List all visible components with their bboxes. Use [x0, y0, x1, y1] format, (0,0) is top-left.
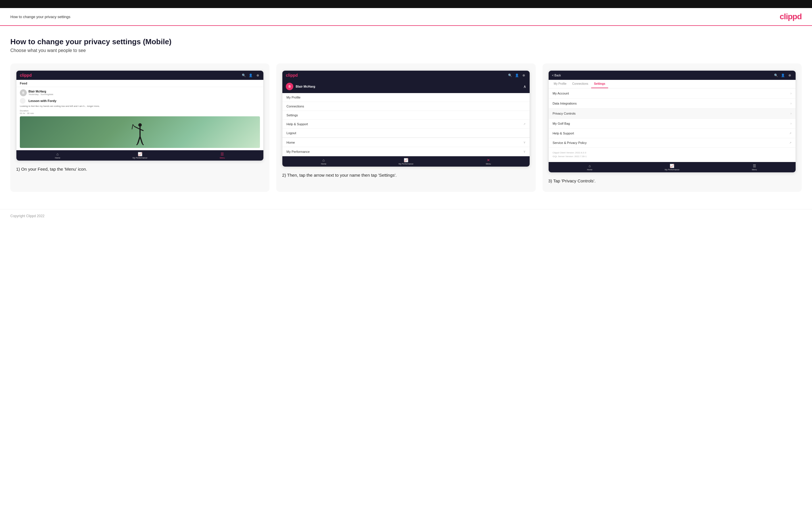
- profile-icon-3: 👤: [781, 73, 785, 77]
- menu-item-myprofile: My Profile: [283, 93, 529, 102]
- bottom-nav-performance-label-3: My Performance: [665, 169, 679, 171]
- search-icon: 🔍: [242, 73, 246, 77]
- page-heading: How to change your privacy settings (Mob…: [10, 37, 802, 46]
- step-1-caption: 1) On your Feed, tap the 'Menu' icon.: [16, 166, 87, 172]
- menu-item-help: Help & Support ↗: [283, 120, 529, 129]
- performance-icon-2: 📈: [404, 158, 408, 162]
- phone-mockup-2: clippd 🔍 👤 ⊕ B Blair McHarg ∧: [282, 70, 529, 167]
- menu-item-logout: Logout: [283, 129, 529, 137]
- home-icon-2: ⌂: [322, 158, 325, 162]
- arrow-icon-golf-bag: ›: [791, 121, 792, 125]
- svg-line-2: [134, 126, 140, 129]
- menu-icon-3: ☰: [753, 164, 756, 168]
- bottom-nav-performance-3: 📈 My Performance: [631, 164, 713, 171]
- menu-item-settings: Settings: [283, 111, 529, 120]
- feed-date: Yesterday · Sunningdale: [29, 93, 53, 96]
- external-link-icon-help: ↗: [523, 123, 525, 125]
- chevron-down-icon: ∨: [523, 140, 525, 144]
- bottom-nav-performance-1: 📈 My Performance: [99, 152, 181, 159]
- logo: clippd: [780, 12, 802, 21]
- menu-chevron-icon: ∧: [523, 84, 526, 89]
- menu-user-left: B Blair McHarg: [286, 83, 315, 90]
- bottom-nav-home-label-3: Home: [587, 169, 593, 171]
- settings-item-privacy-controls[interactable]: Privacy Controls ›: [549, 109, 796, 119]
- feed-duration: Duration 01 hr : 30 min: [20, 109, 260, 115]
- svg-line-5: [138, 136, 140, 144]
- menu-user-row: B Blair McHarg ∧: [283, 80, 529, 93]
- menu-username: Blair McHarg: [296, 85, 315, 88]
- settings-item-data-integrations[interactable]: Data Integrations ›: [549, 99, 796, 109]
- settings-icon-2: ⊕: [521, 73, 526, 77]
- tab-settings[interactable]: Settings: [591, 80, 608, 88]
- phone-mockup-1: clippd 🔍 👤 ⊕ Feed B Blair: [16, 70, 264, 161]
- phone-bottom-nav-3: ⌂ Home 📈 My Performance ☰ Menu: [549, 162, 796, 172]
- step-1-card: clippd 🔍 👤 ⊕ Feed B Blair: [10, 63, 269, 192]
- feed-username: Blair McHarg: [29, 90, 53, 93]
- tab-my-profile[interactable]: My Profile: [551, 80, 569, 88]
- menu-avatar: B: [286, 83, 293, 90]
- svg-line-6: [140, 136, 142, 144]
- bottom-nav-menu-label-3: Menu: [752, 169, 757, 171]
- bottom-nav-home-label-2: Home: [321, 163, 326, 165]
- profile-icon-2: 👤: [515, 73, 519, 77]
- feed-avatar: B: [20, 89, 27, 96]
- chevron-down-icon-2: ∨: [523, 150, 525, 153]
- phone-mockup-3: < Back 🔍 👤 ⊕ My Profile Connections Sett…: [548, 70, 796, 173]
- footer: Copyright Clippd 2022: [0, 209, 812, 223]
- phone-logo-2: clippd: [286, 73, 298, 77]
- step-2-card: clippd 🔍 👤 ⊕ B Blair McHarg ∧: [276, 63, 536, 192]
- bottom-nav-home-2: ⌂ Home: [283, 158, 365, 165]
- arrow-icon-data: ›: [791, 101, 792, 105]
- arrow-icon-account: ›: [791, 91, 792, 95]
- feed-user-row: B Blair McHarg Yesterday · Sunningdale: [20, 89, 260, 96]
- header: How to change your privacy settings clip…: [0, 8, 812, 26]
- feed-user-info: Blair McHarg Yesterday · Sunningdale: [29, 90, 53, 96]
- external-link-icon-policy: ↗: [789, 141, 792, 144]
- home-icon-3: ⌂: [589, 164, 591, 168]
- step-2-caption: 2) Then, tap the arrow next to your name…: [282, 172, 397, 178]
- menu-item-connections: Connections: [283, 102, 529, 111]
- bottom-nav-performance-label: My Performance: [133, 157, 147, 159]
- search-icon-2: 🔍: [508, 73, 512, 77]
- step-3-card: < Back 🔍 👤 ⊕ My Profile Connections Sett…: [543, 63, 802, 192]
- page-subheading: Choose what you want people to see: [10, 48, 802, 53]
- menu-section-home: Home ∨: [283, 138, 529, 147]
- settings-item-golf-bag[interactable]: My Golf Bag ›: [549, 119, 796, 129]
- main-content: How to change your privacy settings (Mob…: [0, 26, 812, 209]
- settings-list: My Account › Data Integrations › Privacy…: [549, 89, 796, 148]
- settings-item-help[interactable]: Help & Support ↗: [549, 129, 796, 138]
- header-title: How to change your privacy settings: [10, 15, 70, 19]
- phone-bottom-nav-1: ⌂ Home 📈 My Performance ☰ Menu: [16, 150, 263, 161]
- phone-nav-icons-1: 🔍 👤 ⊕: [242, 73, 260, 77]
- feed-lesson-title: Lesson with Fordy: [20, 98, 260, 104]
- phone-logo-1: clippd: [20, 73, 32, 77]
- feed-item: B Blair McHarg Yesterday · Sunningdale L…: [16, 87, 263, 150]
- svg-line-9: [132, 124, 133, 129]
- settings-version: Clippd Client Version: 2022.8.3-3 GQL Se…: [549, 148, 796, 162]
- back-button[interactable]: < Back: [552, 74, 561, 77]
- bottom-nav-performance-2: 📈 My Performance: [365, 158, 447, 165]
- settings-icon-3: ⊕: [788, 73, 792, 77]
- bottom-nav-menu-2: ✕ Menu: [447, 158, 529, 165]
- settings-item-my-account[interactable]: My Account ›: [549, 89, 796, 99]
- close-icon: ✕: [487, 158, 490, 162]
- bottom-nav-home-label: Home: [55, 157, 60, 159]
- settings-tabs: My Profile Connections Settings: [549, 80, 796, 89]
- performance-icon: 📈: [138, 152, 142, 156]
- arrow-icon-privacy: ›: [791, 111, 792, 115]
- profile-icon: 👤: [248, 73, 253, 77]
- feed-lesson-desc: Looking to feel like my hands are exitin…: [20, 105, 260, 108]
- phone-nav-2: clippd 🔍 👤 ⊕: [283, 71, 529, 80]
- golfer-silhouette: [132, 122, 149, 148]
- menu-icon-active: ☰: [220, 152, 224, 156]
- feed-golf-image: [20, 116, 260, 148]
- svg-line-7: [137, 144, 138, 145]
- menu-section-items: Home ∨ My Performance ∨: [283, 138, 529, 156]
- bottom-nav-home-1: ⌂ Home: [16, 152, 99, 159]
- settings-icon: ⊕: [255, 73, 260, 77]
- step-3-caption: 3) Tap 'Privacy Controls'.: [548, 178, 596, 184]
- settings-item-service-policy[interactable]: Service & Privacy Policy ↗: [549, 138, 796, 148]
- tab-connections[interactable]: Connections: [569, 80, 591, 88]
- bottom-nav-performance-label-2: My Performance: [399, 163, 413, 165]
- svg-line-8: [142, 144, 144, 145]
